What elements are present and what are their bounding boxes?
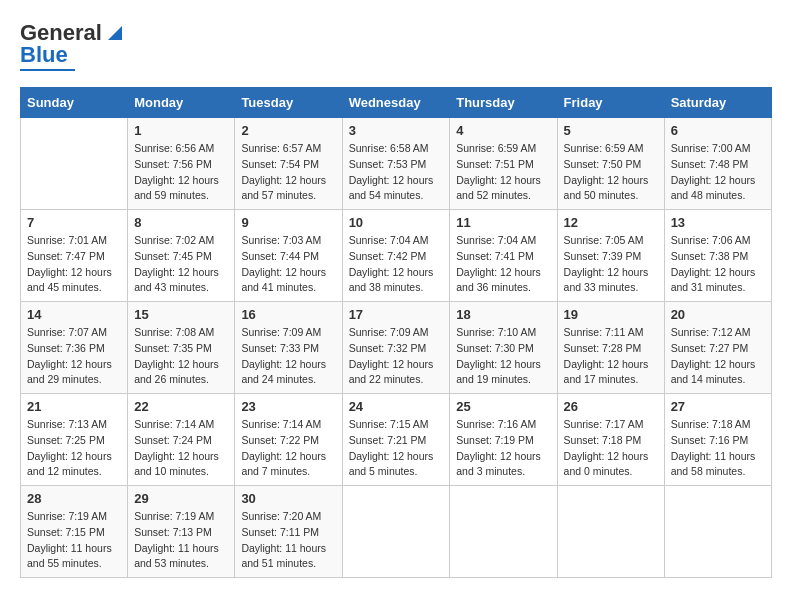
calendar-cell: 16Sunrise: 7:09 AMSunset: 7:33 PMDayligh…: [235, 302, 342, 394]
day-info: Sunrise: 7:09 AMSunset: 7:32 PMDaylight:…: [349, 325, 444, 388]
calendar-cell: 26Sunrise: 7:17 AMSunset: 7:18 PMDayligh…: [557, 394, 664, 486]
day-info: Sunrise: 7:12 AMSunset: 7:27 PMDaylight:…: [671, 325, 765, 388]
day-number: 4: [456, 123, 550, 138]
calendar-cell: 15Sunrise: 7:08 AMSunset: 7:35 PMDayligh…: [128, 302, 235, 394]
logo-underline: [20, 69, 75, 71]
day-number: 2: [241, 123, 335, 138]
day-info: Sunrise: 6:59 AMSunset: 7:51 PMDaylight:…: [456, 141, 550, 204]
calendar-cell: 10Sunrise: 7:04 AMSunset: 7:42 PMDayligh…: [342, 210, 450, 302]
day-number: 3: [349, 123, 444, 138]
logo-arrow-icon: [104, 22, 126, 44]
day-info: Sunrise: 7:15 AMSunset: 7:21 PMDaylight:…: [349, 417, 444, 480]
calendar-cell: 4Sunrise: 6:59 AMSunset: 7:51 PMDaylight…: [450, 118, 557, 210]
calendar-week-row: 21Sunrise: 7:13 AMSunset: 7:25 PMDayligh…: [21, 394, 772, 486]
calendar-cell: 3Sunrise: 6:58 AMSunset: 7:53 PMDaylight…: [342, 118, 450, 210]
calendar-cell: 6Sunrise: 7:00 AMSunset: 7:48 PMDaylight…: [664, 118, 771, 210]
calendar-table: SundayMondayTuesdayWednesdayThursdayFrid…: [20, 87, 772, 578]
day-number: 8: [134, 215, 228, 230]
calendar-cell: [557, 486, 664, 578]
calendar-cell: 20Sunrise: 7:12 AMSunset: 7:27 PMDayligh…: [664, 302, 771, 394]
day-info: Sunrise: 7:06 AMSunset: 7:38 PMDaylight:…: [671, 233, 765, 296]
day-info: Sunrise: 7:13 AMSunset: 7:25 PMDaylight:…: [27, 417, 121, 480]
day-info: Sunrise: 6:57 AMSunset: 7:54 PMDaylight:…: [241, 141, 335, 204]
day-info: Sunrise: 7:03 AMSunset: 7:44 PMDaylight:…: [241, 233, 335, 296]
calendar-cell: [664, 486, 771, 578]
calendar-week-row: 7Sunrise: 7:01 AMSunset: 7:47 PMDaylight…: [21, 210, 772, 302]
calendar-cell: 5Sunrise: 6:59 AMSunset: 7:50 PMDaylight…: [557, 118, 664, 210]
day-number: 18: [456, 307, 550, 322]
day-info: Sunrise: 7:14 AMSunset: 7:24 PMDaylight:…: [134, 417, 228, 480]
calendar-cell: 19Sunrise: 7:11 AMSunset: 7:28 PMDayligh…: [557, 302, 664, 394]
calendar-cell: 12Sunrise: 7:05 AMSunset: 7:39 PMDayligh…: [557, 210, 664, 302]
calendar-cell: 8Sunrise: 7:02 AMSunset: 7:45 PMDaylight…: [128, 210, 235, 302]
calendar-cell: 27Sunrise: 7:18 AMSunset: 7:16 PMDayligh…: [664, 394, 771, 486]
day-number: 9: [241, 215, 335, 230]
day-info: Sunrise: 6:56 AMSunset: 7:56 PMDaylight:…: [134, 141, 228, 204]
day-number: 26: [564, 399, 658, 414]
day-info: Sunrise: 7:01 AMSunset: 7:47 PMDaylight:…: [27, 233, 121, 296]
day-info: Sunrise: 7:17 AMSunset: 7:18 PMDaylight:…: [564, 417, 658, 480]
day-number: 24: [349, 399, 444, 414]
calendar-cell: 30Sunrise: 7:20 AMSunset: 7:11 PMDayligh…: [235, 486, 342, 578]
day-info: Sunrise: 7:04 AMSunset: 7:42 PMDaylight:…: [349, 233, 444, 296]
calendar-cell: 1Sunrise: 6:56 AMSunset: 7:56 PMDaylight…: [128, 118, 235, 210]
calendar-header-friday: Friday: [557, 88, 664, 118]
calendar-header-wednesday: Wednesday: [342, 88, 450, 118]
day-number: 13: [671, 215, 765, 230]
calendar-cell: [21, 118, 128, 210]
calendar-cell: [342, 486, 450, 578]
day-info: Sunrise: 7:08 AMSunset: 7:35 PMDaylight:…: [134, 325, 228, 388]
calendar-header-thursday: Thursday: [450, 88, 557, 118]
day-number: 23: [241, 399, 335, 414]
day-info: Sunrise: 7:09 AMSunset: 7:33 PMDaylight:…: [241, 325, 335, 388]
day-info: Sunrise: 7:18 AMSunset: 7:16 PMDaylight:…: [671, 417, 765, 480]
day-number: 5: [564, 123, 658, 138]
calendar-cell: 22Sunrise: 7:14 AMSunset: 7:24 PMDayligh…: [128, 394, 235, 486]
calendar-week-row: 1Sunrise: 6:56 AMSunset: 7:56 PMDaylight…: [21, 118, 772, 210]
calendar-cell: 29Sunrise: 7:19 AMSunset: 7:13 PMDayligh…: [128, 486, 235, 578]
calendar-week-row: 28Sunrise: 7:19 AMSunset: 7:15 PMDayligh…: [21, 486, 772, 578]
day-info: Sunrise: 7:19 AMSunset: 7:15 PMDaylight:…: [27, 509, 121, 572]
day-info: Sunrise: 7:20 AMSunset: 7:11 PMDaylight:…: [241, 509, 335, 572]
day-info: Sunrise: 7:04 AMSunset: 7:41 PMDaylight:…: [456, 233, 550, 296]
logo: General Blue: [20, 20, 126, 71]
day-info: Sunrise: 7:05 AMSunset: 7:39 PMDaylight:…: [564, 233, 658, 296]
svg-marker-0: [108, 26, 122, 40]
day-number: 11: [456, 215, 550, 230]
calendar-header-sunday: Sunday: [21, 88, 128, 118]
day-number: 29: [134, 491, 228, 506]
day-info: Sunrise: 7:00 AMSunset: 7:48 PMDaylight:…: [671, 141, 765, 204]
day-info: Sunrise: 7:14 AMSunset: 7:22 PMDaylight:…: [241, 417, 335, 480]
calendar-header-monday: Monday: [128, 88, 235, 118]
day-number: 27: [671, 399, 765, 414]
calendar-cell: 9Sunrise: 7:03 AMSunset: 7:44 PMDaylight…: [235, 210, 342, 302]
day-number: 10: [349, 215, 444, 230]
calendar-cell: 13Sunrise: 7:06 AMSunset: 7:38 PMDayligh…: [664, 210, 771, 302]
day-number: 6: [671, 123, 765, 138]
day-number: 14: [27, 307, 121, 322]
calendar-cell: 25Sunrise: 7:16 AMSunset: 7:19 PMDayligh…: [450, 394, 557, 486]
day-info: Sunrise: 7:11 AMSunset: 7:28 PMDaylight:…: [564, 325, 658, 388]
day-number: 20: [671, 307, 765, 322]
calendar-header-saturday: Saturday: [664, 88, 771, 118]
logo-blue: Blue: [20, 42, 68, 68]
day-number: 12: [564, 215, 658, 230]
day-number: 28: [27, 491, 121, 506]
day-number: 30: [241, 491, 335, 506]
day-info: Sunrise: 6:59 AMSunset: 7:50 PMDaylight:…: [564, 141, 658, 204]
day-info: Sunrise: 7:19 AMSunset: 7:13 PMDaylight:…: [134, 509, 228, 572]
day-number: 16: [241, 307, 335, 322]
calendar-cell: 14Sunrise: 7:07 AMSunset: 7:36 PMDayligh…: [21, 302, 128, 394]
calendar-cell: 17Sunrise: 7:09 AMSunset: 7:32 PMDayligh…: [342, 302, 450, 394]
calendar-cell: 2Sunrise: 6:57 AMSunset: 7:54 PMDaylight…: [235, 118, 342, 210]
day-number: 7: [27, 215, 121, 230]
calendar-cell: 24Sunrise: 7:15 AMSunset: 7:21 PMDayligh…: [342, 394, 450, 486]
day-number: 25: [456, 399, 550, 414]
calendar-cell: [450, 486, 557, 578]
day-info: Sunrise: 7:02 AMSunset: 7:45 PMDaylight:…: [134, 233, 228, 296]
calendar-header-row: SundayMondayTuesdayWednesdayThursdayFrid…: [21, 88, 772, 118]
day-info: Sunrise: 7:16 AMSunset: 7:19 PMDaylight:…: [456, 417, 550, 480]
calendar-cell: 23Sunrise: 7:14 AMSunset: 7:22 PMDayligh…: [235, 394, 342, 486]
page-header: General Blue: [20, 20, 772, 71]
day-number: 17: [349, 307, 444, 322]
